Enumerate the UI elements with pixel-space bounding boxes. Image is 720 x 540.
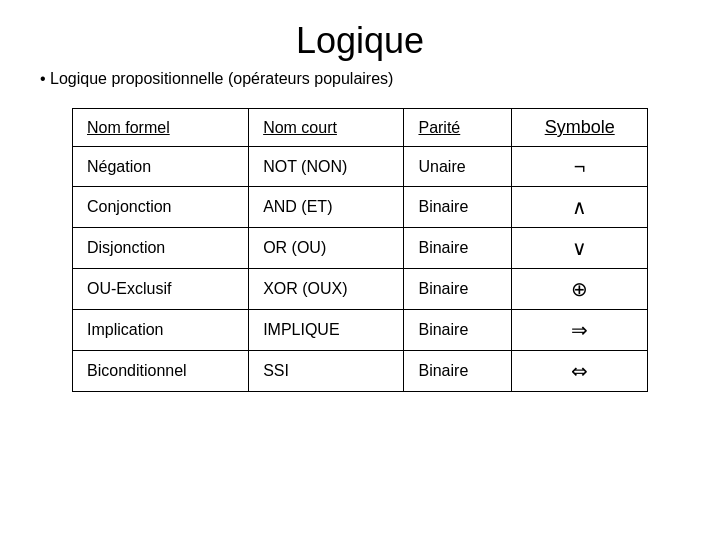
page-container: Logique • Logique propositionnelle (opér… [0,0,720,540]
table-row: DisjonctionOR (OU)Binaire∨ [73,228,648,269]
cell-nom-formel: Biconditionnel [73,351,249,392]
cell-nom-court: IMPLIQUE [249,310,404,351]
subtitle: • Logique propositionnelle (opérateurs p… [40,70,680,88]
logic-table: Nom formel Nom court Parité Symbole Néga… [72,108,648,392]
cell-parite: Binaire [404,351,512,392]
cell-nom-formel: Conjonction [73,187,249,228]
cell-nom-formel: Disjonction [73,228,249,269]
cell-symbole: ⊕ [512,269,648,310]
table-row: ImplicationIMPLIQUEBinaire⇒ [73,310,648,351]
cell-nom-court: NOT (NON) [249,147,404,187]
table-row: OU-ExclusifXOR (OUX)Binaire⊕ [73,269,648,310]
cell-nom-formel: Implication [73,310,249,351]
cell-symbole: ¬ [512,147,648,187]
header-nom-court: Nom court [249,109,404,147]
page-title: Logique [296,20,424,62]
header-nom-formel: Nom formel [73,109,249,147]
cell-symbole: ⇒ [512,310,648,351]
cell-nom-formel: OU-Exclusif [73,269,249,310]
table-row: BiconditionnelSSIBinaire⇔ [73,351,648,392]
cell-parite: Binaire [404,310,512,351]
table-header-row: Nom formel Nom court Parité Symbole [73,109,648,147]
header-symbole: Symbole [512,109,648,147]
cell-symbole: ⇔ [512,351,648,392]
cell-symbole: ∧ [512,187,648,228]
table-row: ConjonctionAND (ET)Binaire∧ [73,187,648,228]
table-row: NégationNOT (NON)Unaire¬ [73,147,648,187]
cell-parite: Binaire [404,228,512,269]
cell-nom-formel: Négation [73,147,249,187]
header-parite: Parité [404,109,512,147]
cell-parite: Unaire [404,147,512,187]
cell-nom-court: OR (OU) [249,228,404,269]
table-wrapper: Nom formel Nom court Parité Symbole Néga… [40,108,680,392]
cell-nom-court: SSI [249,351,404,392]
cell-parite: Binaire [404,269,512,310]
cell-symbole: ∨ [512,228,648,269]
cell-parite: Binaire [404,187,512,228]
cell-nom-court: AND (ET) [249,187,404,228]
cell-nom-court: XOR (OUX) [249,269,404,310]
